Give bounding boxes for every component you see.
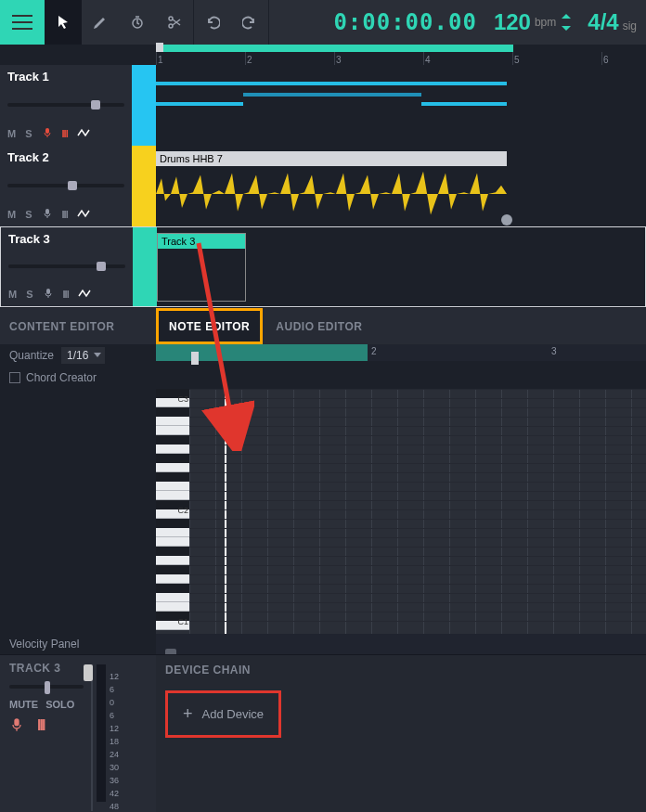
track-volume-slider[interactable] <box>8 264 125 268</box>
time-value[interactable]: 0:00:00.00 <box>333 11 477 33</box>
svg-point-1 <box>169 17 173 20</box>
track-lane-2[interactable]: Drums HHB 7 <box>156 146 646 226</box>
note-clip-region[interactable] <box>156 344 368 361</box>
device-chain-label: DEVICE CHAIN <box>165 664 637 676</box>
track-header-1[interactable]: Track 1 M S III <box>0 65 132 146</box>
arm-record-icon[interactable] <box>42 127 53 140</box>
mute-button[interactable]: M <box>7 209 16 220</box>
clip-label: Track 3 <box>158 234 245 249</box>
quantize-select[interactable]: 1/16 <box>61 347 105 364</box>
svg-rect-4 <box>45 209 49 214</box>
tab-audio-editor[interactable]: AUDIO EDITOR <box>263 308 375 344</box>
svg-rect-3 <box>45 128 49 134</box>
mixer-icon[interactable]: III <box>63 289 69 300</box>
clip-label: Drums HHB 7 <box>156 151 507 166</box>
automation-icon[interactable] <box>78 289 91 300</box>
sig-label: sig <box>623 19 637 32</box>
pan-slider[interactable] <box>9 685 84 689</box>
key-label-c1: C1 <box>177 617 188 626</box>
add-device-label: Add Device <box>202 707 264 721</box>
audio-clip-drums[interactable]: Drums HHB 7 <box>156 151 507 220</box>
mixer-icon[interactable]: III <box>62 128 68 139</box>
track-row-2[interactable]: Track 2 M S III Drums HHB 7 <box>0 146 646 226</box>
note-ruler-mark: 2 <box>371 346 377 356</box>
level-meter <box>97 664 106 802</box>
track-color-strip <box>132 65 156 146</box>
arm-record-icon[interactable] <box>9 717 24 736</box>
note-editor-left-panel <box>0 389 156 634</box>
note-ruler-mark: 3 <box>551 346 557 356</box>
solo-button[interactable]: S <box>25 209 32 220</box>
quantize-label: Quantize <box>9 349 54 362</box>
undo-button[interactable] <box>194 0 231 45</box>
solo-button[interactable]: S <box>26 289 32 300</box>
timer-tool[interactable] <box>119 0 156 45</box>
tempo-stepper[interactable] <box>562 14 571 31</box>
fader-track[interactable] <box>84 681 93 811</box>
note-grid[interactable] <box>189 389 646 634</box>
note-ruler[interactable]: 2 3 <box>156 344 646 361</box>
mute-button[interactable]: MUTE <box>9 700 38 710</box>
tempo-label: bpm <box>535 16 556 29</box>
mixer-icon[interactable]: III <box>37 717 44 736</box>
redo-button[interactable] <box>231 0 268 45</box>
svg-rect-6 <box>14 718 19 726</box>
velocity-panel-label[interactable]: Velocity Panel <box>0 634 156 654</box>
mixer-icon[interactable]: III <box>62 209 68 220</box>
tool-group-edit <box>45 0 193 45</box>
track-color-strip <box>132 146 156 226</box>
chord-creator-label: Chord Creator <box>26 371 97 384</box>
channel-strip: TRACK 3 MUTE SOLO III 126061218243036424… <box>0 655 156 812</box>
time-signature[interactable]: 4/4 sig <box>588 11 637 33</box>
device-chain-panel: DEVICE CHAIN + Add Device <box>156 655 646 812</box>
track-volume-slider[interactable] <box>7 184 124 187</box>
add-device-button[interactable]: + Add Device <box>165 690 281 738</box>
note-playhead-handle[interactable] <box>191 352 199 365</box>
track-row-3[interactable]: Track 3 M S III Track 3 <box>0 226 646 307</box>
chord-creator-checkbox[interactable] <box>9 372 20 383</box>
track-volume-slider[interactable] <box>7 103 124 107</box>
clip-fade-handle[interactable] <box>501 214 512 226</box>
chord-creator-row[interactable]: Chord Creator <box>0 367 156 389</box>
hamburger-button[interactable] <box>0 0 45 45</box>
piano-roll: C3 C2 C1 <box>156 389 646 634</box>
arm-record-icon[interactable] <box>43 288 54 301</box>
track-color-strip <box>133 227 157 306</box>
scissors-tool[interactable] <box>156 0 193 45</box>
loop-region-bar[interactable] <box>156 45 513 52</box>
editor-tabs-row: CONTENT EDITOR NOTE EDITOR AUDIO EDITOR <box>0 307 646 344</box>
note-editor-area: C3 C2 C1 <box>0 389 646 634</box>
piano-keys[interactable]: C3 C2 C1 <box>156 389 189 634</box>
automation-icon[interactable] <box>77 128 90 139</box>
mute-button[interactable]: M <box>7 128 16 139</box>
volume-meter: 126061218243036424854 <box>84 655 149 812</box>
pencil-tool[interactable] <box>82 0 119 45</box>
track-header-2[interactable]: Track 2 M S III <box>0 146 132 226</box>
main-toolbar: 0:00:00.00 120 bpm 4/4 sig <box>0 0 646 45</box>
transport-display: 0:00:00.00 120 bpm 4/4 sig <box>269 0 646 45</box>
track-name[interactable]: Track 2 <box>7 151 124 163</box>
track-name[interactable]: Track 3 <box>8 233 125 245</box>
automation-icon[interactable] <box>77 209 90 220</box>
quantize-row: Quantize 1/16 <box>0 344 156 367</box>
track-name[interactable]: Track 1 <box>7 71 124 83</box>
fader-cap[interactable] <box>84 664 93 681</box>
midi-clip-track3[interactable]: Track 3 <box>157 233 246 302</box>
svg-point-2 <box>169 24 173 28</box>
pointer-tool[interactable] <box>45 0 82 45</box>
track-row-1[interactable]: Track 1 M S III <box>0 65 646 146</box>
tempo-value[interactable]: 120 <box>494 11 531 33</box>
key-label-c2: C2 <box>177 506 188 515</box>
key-label-c3: C3 <box>177 394 188 404</box>
mixer-device-section: TRACK 3 MUTE SOLO III 126061218243036424… <box>0 654 646 812</box>
solo-button[interactable]: S <box>25 128 32 139</box>
solo-button[interactable]: SOLO <box>45 700 74 710</box>
track-header-3[interactable]: Track 3 M S III <box>1 227 133 306</box>
tool-group-history <box>194 0 268 45</box>
track-lane-1[interactable] <box>156 65 646 146</box>
track-lane-3[interactable]: Track 3 <box>157 227 645 306</box>
tab-note-editor[interactable]: NOTE EDITOR <box>156 308 263 344</box>
arm-record-icon[interactable] <box>42 208 53 221</box>
mute-button[interactable]: M <box>8 289 17 300</box>
meter-scale: 126061218243036424854 <box>110 664 119 812</box>
